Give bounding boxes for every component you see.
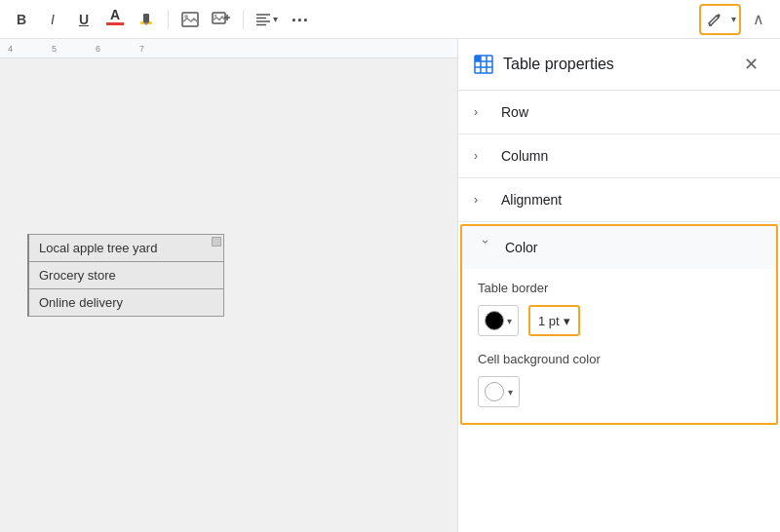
accordion-column: › Column [458,134,780,178]
picture-icon [181,12,199,27]
align-icon [255,12,271,27]
font-a-label: A [110,8,120,21]
svg-rect-1 [143,14,149,22]
svg-rect-19 [475,56,481,61]
document-table[interactable]: Local apple tree yard Grocery store Onli… [27,234,224,317]
cell-handle-1[interactable] [212,237,221,247]
table-cell-1[interactable]: Local apple tree yard [28,235,223,262]
insert-image-icon [212,12,231,27]
italic-button[interactable]: I [39,6,66,33]
ruler-mark-4: 4 [8,44,13,54]
accordion-row-label: Row [501,104,528,120]
border-size-button[interactable]: 1 pt ▾ [528,305,580,336]
border-size-label: 1 pt [538,314,560,328]
cell-text-3: Online delivery [39,295,123,310]
table-panel-icon [474,55,493,74]
pencil-button[interactable] [701,6,728,33]
divider-1 [168,10,169,29]
chevron-right-icon: › [474,105,489,119]
bold-button[interactable]: B [8,6,35,33]
border-size-arrow: ▾ [564,314,570,328]
border-row: ▾ 1 pt ▾ [478,305,760,336]
pencil-icon [707,12,722,27]
accordion-row: › Row [458,91,780,134]
ruler: 4 5 6 7 [0,39,457,58]
accordion-column-label: Column [501,148,548,164]
cell-bg-circle [485,382,504,401]
more-options-button[interactable]: ⋯ [286,6,313,33]
accordion-column-header[interactable]: › Column [458,134,780,177]
svg-point-6 [214,14,217,17]
border-color-circle [485,311,504,330]
accordion-color-label: Color [505,240,537,255]
toolbar: B I U A [0,0,780,39]
chevron-right-icon-3: › [474,193,489,207]
picture-button[interactable] [176,6,204,33]
cell-bg-arrow: ▾ [508,387,513,398]
chevron-down-icon: › [479,240,492,255]
ruler-mark-7: 7 [139,44,144,54]
align-arrow: ▾ [273,14,278,24]
accordion-alignment-header[interactable]: › Alignment [458,178,780,221]
cell-text-2: Grocery store [39,268,116,283]
highlight-icon [138,12,154,27]
ruler-mark-6: 6 [96,44,100,54]
table-cell-3[interactable]: Online delivery [28,289,223,317]
document-page: Local apple tree yard Grocery store Onli… [0,58,457,532]
table-row[interactable]: Online delivery [28,289,223,317]
accordion-color: › Color Table border ▾ 1 pt ▾ [460,224,778,425]
table-cell-2[interactable]: Grocery store [28,262,223,289]
border-color-button[interactable]: ▾ [478,305,519,336]
pencil-group: ▾ [699,4,741,35]
cell-text-1: Local apple tree yard [39,241,157,255]
accordion-alignment-label: Alignment [501,192,562,208]
accordion-alignment: › Alignment [458,178,780,222]
table-row[interactable]: Local apple tree yard [28,235,223,262]
font-color-button[interactable]: A [101,6,129,33]
pencil-arrow: ▾ [728,14,739,24]
collapse-panel-button[interactable]: ∧ [745,6,772,33]
main-content: 4 5 6 7 Local apple tree yard Grocer [0,39,780,532]
chevron-right-icon-2: › [474,149,489,163]
table-border-label: Table border [478,281,760,295]
ruler-mark-5: 5 [52,44,57,54]
font-color-bar [106,22,124,25]
table-properties-panel: Table properties ✕ › Row › Column › Alig… [458,39,780,532]
insert-image-button[interactable] [208,6,235,33]
underline-button[interactable]: U [70,6,98,33]
divider-2 [243,10,244,29]
accordion-row-header[interactable]: › Row [458,91,780,133]
color-content: Table border ▾ 1 pt ▾ Cell background co… [462,269,776,423]
cell-bg-button[interactable]: ▾ [478,376,520,407]
panel-title: Table properties [503,56,727,73]
cell-bg-label: Cell background color [478,352,760,366]
border-color-arrow: ▾ [507,316,512,326]
accordion-color-header[interactable]: › Color [462,226,776,269]
panel-header: Table properties ✕ [458,39,780,91]
document-area: 4 5 6 7 Local apple tree yard Grocer [0,39,458,532]
align-button[interactable]: ▾ [252,10,282,29]
highlight-button[interactable] [133,6,160,33]
table-row[interactable]: Grocery store [28,262,223,289]
close-panel-button[interactable]: ✕ [737,51,764,78]
